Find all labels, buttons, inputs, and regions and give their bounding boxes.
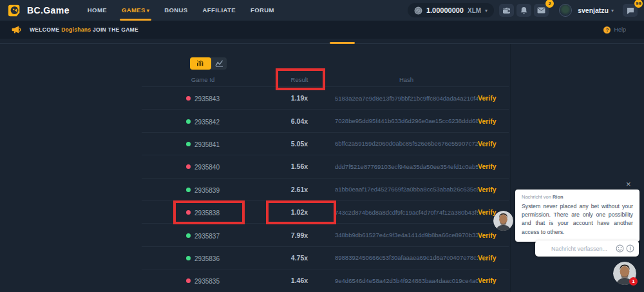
- chat-input-bar: [535, 240, 639, 257]
- verify-link[interactable]: Verify: [478, 117, 509, 125]
- chat-bubble-icon: [627, 7, 634, 14]
- nav-link-label: FORUM: [251, 6, 274, 14]
- status-dot: [186, 119, 191, 124]
- welcome-prefix: WELCOME: [30, 26, 59, 33]
- nav-link-label: AFFILIATE: [203, 6, 236, 14]
- result-value: 4.75x: [264, 254, 335, 262]
- game-history-table: Game Id Result Hash 2935843 1.19x 5183a2…: [142, 72, 509, 292]
- verify-link[interactable]: Verify: [478, 140, 509, 148]
- game-id: 2935838: [194, 209, 220, 217]
- game-id-cell: 2935840: [142, 161, 264, 172]
- hash-value: 743c2d874b6d8a8dcdf9fc19acf4d70f74f12a38…: [335, 209, 478, 216]
- status-dot: [186, 233, 191, 238]
- game-id-cell: 2935836: [142, 252, 264, 264]
- chat-toggle-button[interactable]: 99: [623, 4, 638, 17]
- verify-link[interactable]: Verify: [478, 186, 509, 193]
- table-body: 2935843 1.19x 5183a2ea7e9d8e13fb79bbf21b…: [142, 86, 509, 292]
- notifications-button[interactable]: [516, 4, 531, 17]
- tabs-divider: [0, 43, 644, 44]
- verify-link[interactable]: Verify: [478, 94, 509, 102]
- chat-message-card: Nachricht von Rion System never placed a…: [515, 190, 639, 242]
- verify-link[interactable]: Verify: [478, 231, 509, 239]
- username-label: svenjatzu: [578, 6, 609, 14]
- game-id: 2935841: [194, 141, 220, 148]
- hash-value: 6bffc2a59159d2060d0abc85f526e6be676e5590…: [335, 140, 478, 147]
- game-id: 2935836: [194, 255, 220, 262]
- chat-from-line: Nachricht von Rion: [522, 194, 633, 200]
- messages-button[interactable]: 2: [534, 4, 549, 17]
- bar-chart-icon: [196, 60, 205, 67]
- verify-link[interactable]: Verify: [478, 254, 509, 262]
- chat-sender-avatar: [493, 211, 513, 231]
- chat-unread-badge: 1: [629, 277, 638, 286]
- status-dot: [186, 210, 191, 215]
- chat-badge: 99: [634, 0, 643, 8]
- game-id: 2935837: [194, 233, 220, 240]
- hash-value: ddd7f521e87769103ecf94ea35da50ee354efd1c…: [335, 163, 478, 170]
- question-icon: ?: [603, 26, 611, 34]
- bell-icon: [520, 6, 527, 14]
- hash-value: a1bb0eaaf17ed4527669f2a0bba8cc53abab26c6…: [335, 186, 478, 193]
- chat-panel-divider: [510, 44, 511, 292]
- hash-value: 9e4d6546d4e58a42d3b4f924883baa4daac019ce…: [335, 277, 478, 284]
- status-dot: [186, 256, 191, 260]
- header-result: Result: [264, 76, 335, 83]
- game-id-cell: 2935838: [142, 206, 264, 218]
- active-tab-indicator: [330, 42, 355, 44]
- chat-close-icon[interactable]: ×: [626, 180, 631, 188]
- verify-link[interactable]: Verify: [478, 162, 509, 170]
- status-dot: [186, 142, 191, 146]
- chat-widget-avatar[interactable]: 1: [613, 262, 636, 285]
- result-value: 6.04x: [264, 117, 335, 125]
- table-row: 2935840 1.56x ddd7f521e87769103ecf94ea35…: [142, 155, 509, 178]
- hash-value: 5183a2ea7e9d8e13fb79bbf21bc9ffc804dada4a…: [335, 95, 478, 102]
- game-id: 2935842: [194, 119, 220, 126]
- table-row: 2935836 4.75x 8988392450666c53f30afaaaea…: [142, 247, 509, 269]
- mail-icon: [537, 7, 545, 14]
- verify-link[interactable]: Verify: [478, 277, 509, 284]
- table-row: 2935835 1.46x 9e4d6546d4e58a42d3b4f92488…: [142, 269, 509, 292]
- history-view-toggle: [190, 57, 227, 70]
- navbar-right-cluster: 1.00000000 XLM ▾ 2 svenjatzu: [408, 3, 644, 17]
- table-view-button[interactable]: [190, 57, 211, 70]
- help-button[interactable]: ? Help: [603, 26, 626, 34]
- emoji-icon[interactable]: [616, 244, 624, 253]
- trend-view-button[interactable]: [211, 57, 227, 70]
- result-value: 5.05x: [264, 140, 335, 148]
- line-chart-icon: [215, 60, 223, 67]
- welcome-suffix: JOIN THE GAME: [93, 26, 138, 33]
- header-game-id: Game Id: [142, 76, 264, 83]
- nav-link-label: HOME: [88, 6, 107, 14]
- top-navbar: BC.Game HOME GAMES▾ BONUS AFFILIATE FORU…: [0, 0, 644, 21]
- table-header-row: Game Id Result Hash: [142, 72, 509, 86]
- coin-icon: [414, 6, 422, 15]
- welcome-username: Dogishans: [61, 26, 91, 33]
- wallet-button[interactable]: [499, 4, 514, 17]
- result-value: 1.02x: [264, 208, 335, 216]
- mail-badge: 2: [545, 0, 554, 8]
- chat-message-text: System never placed any bet without your…: [522, 202, 633, 237]
- result-value: 2.61x: [264, 186, 335, 193]
- bcgame-logo-icon[interactable]: [8, 3, 22, 17]
- table-row: 2935837 7.99x 348bb9db61527e4c9f3e4a1414…: [142, 224, 509, 246]
- chat-from-label: Nachricht von: [522, 194, 551, 200]
- chevron-down-icon[interactable]: ▾: [611, 8, 614, 14]
- nav-link-forum[interactable]: FORUM: [251, 0, 274, 21]
- nav-link-affiliate[interactable]: AFFILIATE: [203, 0, 236, 21]
- hash-value: 7028be95dd95f441b633d6d296e0ae15cc6238dd…: [335, 117, 478, 124]
- table-row: 2935843 1.19x 5183a2ea7e9d8e13fb79bbf21b…: [142, 87, 509, 110]
- game-id: 2935840: [194, 164, 220, 171]
- chat-message-input[interactable]: [551, 246, 616, 252]
- status-dot: [186, 278, 191, 283]
- game-id-cell: 2935841: [142, 138, 264, 150]
- table-row: 2935842 6.04x 7028be95dd95f441b633d6d296…: [142, 110, 509, 132]
- status-dot: [186, 188, 191, 192]
- user-avatar[interactable]: [559, 4, 572, 17]
- balance-selector[interactable]: 1.00000000 XLM ▾: [408, 3, 494, 17]
- info-circle-icon[interactable]: [626, 244, 634, 253]
- table-row: 2935839 2.61x a1bb0eaaf17ed4527669f2a0bb…: [142, 179, 509, 201]
- nav-link-home[interactable]: HOME: [88, 0, 107, 21]
- nav-link-bonus[interactable]: BONUS: [164, 0, 187, 21]
- nav-link-games[interactable]: GAMES▾: [122, 0, 149, 21]
- nav-link-label: BONUS: [164, 6, 187, 14]
